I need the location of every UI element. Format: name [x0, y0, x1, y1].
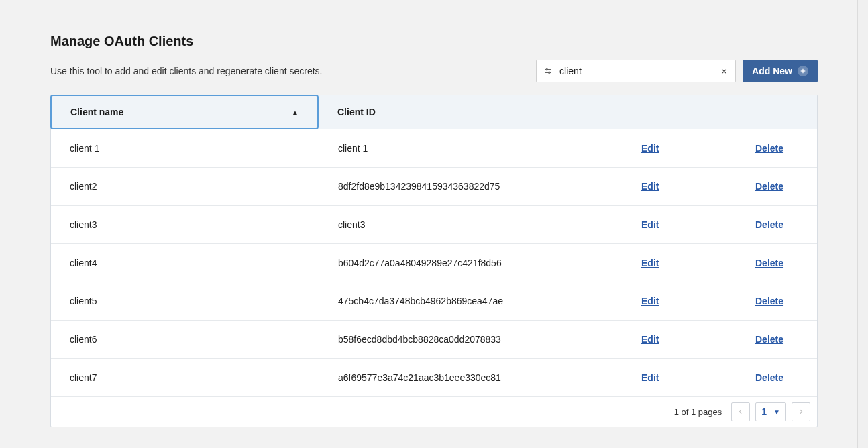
toolbar-right: Add New [536, 60, 818, 82]
column-header-client-name[interactable]: Client name ▲ [50, 95, 319, 129]
column-header-id-label: Client ID [337, 107, 376, 117]
delete-link[interactable]: Delete [755, 181, 783, 192]
cell-client-name: client 1 [51, 129, 319, 167]
cell-client-id: 475cb4c7da3748bcb4962b869cea47ae [319, 282, 622, 320]
cell-edit: Edit [622, 359, 737, 396]
cell-client-id: a6f69577e3a74c21aac3b1eee330ec81 [319, 359, 622, 396]
cell-edit: Edit [622, 168, 737, 205]
cell-client-name: client4 [51, 244, 319, 282]
pagination-info: 1 of 1 pages [674, 407, 722, 417]
clients-table: Client name ▲ Client ID client 1client 1… [50, 95, 818, 427]
delete-link[interactable]: Delete [755, 219, 783, 230]
cell-edit: Edit [622, 282, 737, 320]
cell-edit: Edit [622, 206, 737, 243]
edit-link[interactable]: Edit [641, 258, 659, 268]
edit-link[interactable]: Edit [641, 296, 659, 306]
edit-link[interactable]: Edit [641, 334, 659, 345]
cell-client-id: b58f6ecd8dbd4bcb8828ca0dd2078833 [319, 321, 622, 358]
chevron-right-icon [798, 408, 804, 415]
cell-client-id: 8df2fd8e9b1342398415934363822d75 [319, 168, 622, 205]
search-clear-button[interactable] [718, 65, 730, 77]
cell-client-id: b604d2c77a0a48049289e27c421f8d56 [319, 244, 622, 282]
table-row: client7a6f69577e3a74c21aac3b1eee330ec81E… [51, 358, 817, 396]
cell-edit: Edit [622, 244, 737, 282]
table-body: client 1client 1EditDeleteclient28df2fd8… [51, 129, 817, 396]
edit-link[interactable]: Edit [641, 181, 659, 192]
table-row: client4b604d2c77a0a48049289e27c421f8d56E… [51, 243, 817, 282]
table-row: client6b58f6ecd8dbd4bcb8828ca0dd2078833E… [51, 320, 817, 358]
delete-link[interactable]: Delete [755, 143, 783, 154]
cell-client-id: client3 [319, 206, 622, 243]
cell-delete: Delete [737, 129, 817, 167]
pagination-next-button[interactable] [792, 402, 810, 421]
chevron-left-icon [737, 408, 744, 415]
delete-link[interactable]: Delete [755, 372, 783, 383]
edit-link[interactable]: Edit [641, 219, 659, 230]
cell-delete: Delete [737, 206, 817, 243]
pagination-current-page: 1 [761, 406, 767, 417]
vertical-scrollbar[interactable] [857, 0, 868, 448]
cell-delete: Delete [737, 359, 817, 396]
add-new-label: Add New [752, 66, 792, 76]
table-header-row: Client name ▲ Client ID [51, 95, 817, 129]
pagination-page-select[interactable]: 1 ▼ [755, 402, 786, 421]
chevron-down-icon: ▼ [773, 408, 780, 416]
table-row: client28df2fd8e9b1342398415934363822d75E… [51, 167, 817, 205]
cell-client-name: client5 [51, 282, 319, 320]
cell-edit: Edit [622, 129, 737, 167]
table-row: client 1client 1EditDelete [51, 129, 817, 167]
cell-client-name: client7 [51, 359, 319, 396]
sort-ascending-icon: ▲ [292, 109, 299, 116]
page-title: Manage OAuth Clients [50, 34, 818, 49]
cell-delete: Delete [737, 244, 817, 282]
search-box[interactable] [536, 60, 736, 82]
cell-client-name: client6 [51, 321, 319, 358]
close-icon [720, 68, 728, 75]
cell-delete: Delete [737, 168, 817, 205]
delete-link[interactable]: Delete [755, 334, 783, 345]
edit-link[interactable]: Edit [641, 372, 659, 383]
page-subtitle: Use this tool to add and edit clients an… [50, 66, 322, 76]
cell-delete: Delete [737, 282, 817, 320]
delete-link[interactable]: Delete [755, 258, 783, 268]
pagination-prev-button[interactable] [731, 402, 750, 421]
table-row: client3client3EditDelete [51, 205, 817, 243]
add-new-button[interactable]: Add New [743, 60, 818, 82]
cell-client-name: client3 [51, 206, 319, 243]
table-row: client5475cb4c7da3748bcb4962b869cea47aeE… [51, 282, 817, 320]
cell-client-name: client2 [51, 168, 319, 205]
toolbar-row: Use this tool to add and edit clients an… [50, 60, 818, 82]
svg-point-1 [546, 69, 547, 70]
plus-circle-icon [798, 66, 808, 76]
filter-icon [542, 65, 554, 77]
page-container: Manage OAuth Clients Use this tool to ad… [0, 0, 868, 448]
column-header-name-label: Client name [70, 107, 123, 117]
table-footer: 1 of 1 pages 1 ▼ [51, 396, 817, 427]
cell-delete: Delete [737, 321, 817, 358]
delete-link[interactable]: Delete [755, 296, 783, 306]
edit-link[interactable]: Edit [641, 143, 659, 154]
cell-client-id: client 1 [319, 129, 622, 167]
column-header-client-id[interactable]: Client ID [319, 95, 817, 129]
svg-point-3 [549, 72, 550, 73]
cell-edit: Edit [622, 321, 737, 358]
search-input[interactable] [554, 66, 718, 76]
